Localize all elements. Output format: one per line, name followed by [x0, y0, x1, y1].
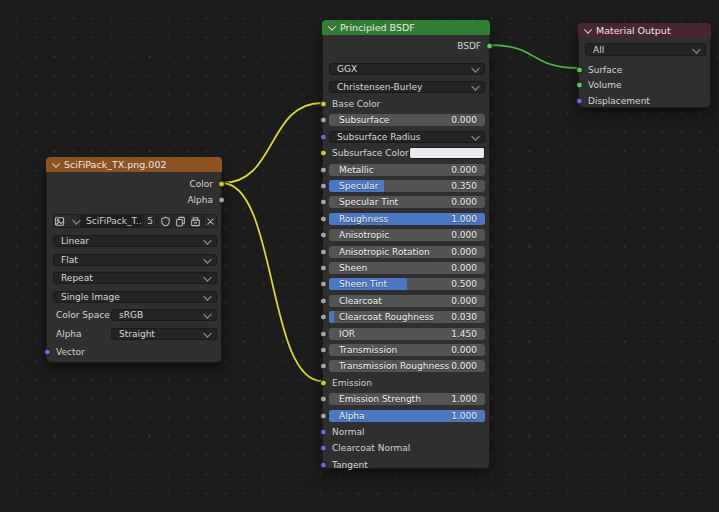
image-texture-node-header[interactable]: SciFiPack_TX.png.002 — [46, 157, 222, 172]
ior-input-socket[interactable] — [320, 330, 327, 337]
prop-dropdown[interactable]: sRGB — [111, 309, 217, 321]
interpolation-dropdown-3[interactable]: Single Image — [53, 291, 217, 303]
dropdown-value: Subsurface Radius — [337, 131, 420, 143]
subsurface-color-input-socket[interactable] — [320, 150, 327, 157]
slider-label: Emission Strength — [329, 393, 421, 405]
base-color-input-socket[interactable] — [320, 101, 327, 108]
surface-input-socket[interactable] — [576, 66, 583, 73]
slider-value: 0.350 — [451, 180, 485, 192]
interpolation-dropdown-2[interactable]: Repeat — [53, 272, 217, 284]
alpha-input-socket[interactable] — [320, 412, 327, 419]
interpolation-dropdown-0[interactable]: Linear — [53, 235, 217, 247]
bsdf-output-socket[interactable] — [486, 43, 493, 50]
displacement-input-socket[interactable] — [576, 97, 583, 104]
param-row-alpha: Alpha1.000 — [329, 410, 485, 422]
principled-bsdf-node[interactable]: Principled BSDF BSDFGGXChristensen-Burle… — [322, 20, 490, 469]
shield-button[interactable] — [158, 214, 172, 228]
sheen-input-socket[interactable] — [320, 265, 327, 272]
transmission-input-socket[interactable] — [320, 347, 327, 354]
collapse-chevron-icon[interactable] — [52, 159, 60, 167]
image-name-field[interactable]: SciFiPack_T... — [80, 214, 142, 228]
clearcoat-roughness-input-socket[interactable] — [320, 314, 327, 321]
dropdown-value: Flat — [61, 254, 78, 266]
image-texture-node[interactable]: SciFiPack_TX.png.002 ColorAlphaSciFiPack… — [46, 157, 222, 363]
collapse-chevron-icon[interactable] — [328, 22, 336, 30]
slider-sheen-tint[interactable]: Sheen Tint0.500 — [329, 278, 485, 290]
slider-specular[interactable]: Specular0.350 — [329, 180, 485, 192]
prop-dropdown[interactable]: Straight — [111, 328, 217, 340]
roughness-input-socket[interactable] — [320, 215, 327, 222]
param-row-anisotropic: Anisotropic0.000 — [329, 229, 485, 241]
subsurface-method-dropdown[interactable]: Christensen-Burley — [329, 81, 485, 93]
emission-input-socket[interactable] — [320, 379, 327, 386]
slider-transmission[interactable]: Transmission0.000 — [329, 344, 485, 356]
input-label: Base Color — [332, 99, 380, 109]
tangent-input-socket[interactable] — [320, 461, 327, 468]
slider-alpha[interactable]: Alpha1.000 — [329, 410, 485, 422]
slider-subsurface[interactable]: Subsurface0.000 — [329, 114, 485, 126]
shader-editor-canvas[interactable]: SciFiPack_TX.png.002 ColorAlphaSciFiPack… — [0, 0, 719, 512]
interpolation-dropdown-1[interactable]: Flat — [53, 254, 217, 266]
color-label: Subsurface Color — [329, 147, 409, 159]
prop-dropdown-wrap: Straight — [111, 328, 217, 340]
node-link-outline — [222, 183, 322, 381]
specular-tint-input-socket[interactable] — [320, 199, 327, 206]
slider-transmission-roughness[interactable]: Transmission Roughness0.000 — [329, 360, 485, 372]
slider-sheen[interactable]: Sheen0.000 — [329, 262, 485, 274]
slider-metallic[interactable]: Metallic0.000 — [329, 164, 485, 176]
dropdown-row: GGX — [329, 63, 485, 75]
alpha-output-socket[interactable] — [218, 197, 225, 204]
vector-input-socket[interactable] — [44, 349, 51, 356]
output-row-alpha: Alpha — [53, 194, 217, 206]
target-dropdown[interactable]: All — [585, 43, 706, 56]
pack-button[interactable] — [188, 214, 202, 228]
volume-input-socket[interactable] — [576, 82, 583, 89]
dropdown-row: Linear — [53, 235, 217, 247]
distribution-dropdown[interactable]: GGX — [329, 63, 485, 75]
input-label: Vector — [56, 347, 85, 357]
prop-dropdown-wrap: sRGB — [111, 309, 217, 321]
subsurface-radius-input-socket[interactable] — [320, 133, 327, 140]
slider-label: Roughness — [329, 213, 388, 225]
prop-label: Alpha — [56, 328, 82, 340]
metallic-input-socket[interactable] — [320, 166, 327, 173]
slider-anisotropic-rotation[interactable]: Anisotropic Rotation0.000 — [329, 246, 485, 258]
dropdown-subsurface-radius[interactable]: Subsurface Radius — [329, 131, 485, 143]
transmission-roughness-input-socket[interactable] — [320, 363, 327, 370]
anisotropic-input-socket[interactable] — [320, 232, 327, 239]
slider-roughness[interactable]: Roughness1.000 — [329, 213, 485, 225]
color-swatch[interactable] — [409, 147, 485, 159]
input-label: Tangent — [332, 460, 368, 470]
dropdown-value: Linear — [61, 235, 89, 247]
slider-label: Clearcoat Roughness — [329, 311, 434, 323]
image-browse-button[interactable] — [53, 214, 79, 228]
slider-clearcoat-roughness[interactable]: Clearcoat Roughness0.030 — [329, 311, 485, 323]
slider-clearcoat[interactable]: Clearcoat0.000 — [329, 295, 485, 307]
collapse-chevron-icon[interactable] — [584, 25, 592, 33]
slider-emission-strength[interactable]: Emission Strength1.000 — [329, 393, 485, 405]
material-output-node[interactable]: Material Output AllSurfaceVolumeDisplace… — [578, 23, 711, 108]
clearcoat-normal-input-socket[interactable] — [320, 445, 327, 452]
sheen-tint-input-socket[interactable] — [320, 281, 327, 288]
specular-input-socket[interactable] — [320, 183, 327, 190]
slider-specular-tint[interactable]: Specular Tint0.000 — [329, 196, 485, 208]
subsurface-input-socket[interactable] — [320, 117, 327, 124]
users-count-button[interactable]: 5 — [143, 214, 157, 228]
normal-input-socket[interactable] — [320, 429, 327, 436]
slider-label: Subsurface — [329, 114, 389, 126]
anisotropic-rotation-input-socket[interactable] — [320, 248, 327, 255]
material-output-node-header[interactable]: Material Output — [578, 23, 711, 38]
slider-anisotropic[interactable]: Anisotropic0.000 — [329, 229, 485, 241]
dropdown-value: Repeat — [61, 272, 93, 284]
principled-bsdf-node-header[interactable]: Principled BSDF — [322, 20, 490, 35]
slider-label: Metallic — [329, 164, 374, 176]
copy-button[interactable] — [173, 214, 187, 228]
color-output-socket[interactable] — [218, 181, 225, 188]
emission-strength-input-socket[interactable] — [320, 396, 327, 403]
input-row-surface: Surface — [585, 64, 706, 76]
input-label: Emission — [332, 378, 372, 388]
slider-ior[interactable]: IOR1.450 — [329, 328, 485, 340]
clearcoat-input-socket[interactable] — [320, 297, 327, 304]
param-row-emission-strength: Emission Strength1.000 — [329, 393, 485, 405]
unlink-button[interactable] — [203, 214, 217, 228]
